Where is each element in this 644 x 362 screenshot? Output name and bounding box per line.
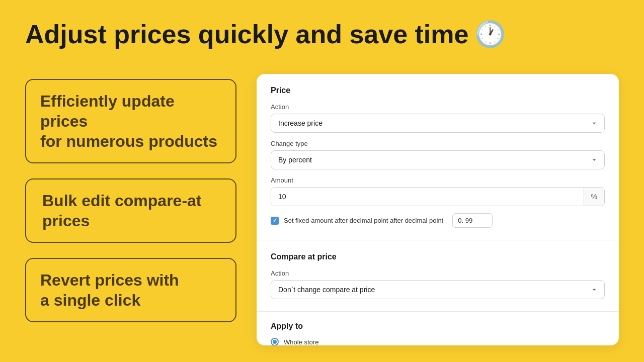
- change-type-select[interactable]: By percent: [271, 150, 605, 169]
- checkbox-row: Set fixed amount after decimal point aft…: [271, 213, 605, 228]
- price-section: Price Action Increase price Change type …: [257, 74, 619, 240]
- price-section-title: Price: [271, 86, 605, 95]
- compare-section: Compare at price Action Don`t change com…: [257, 240, 619, 311]
- radio-label-whole-store: Whole store: [284, 338, 318, 346]
- action-label: Action: [271, 103, 605, 111]
- radio-circle-whole-store: [271, 338, 279, 345]
- compare-action-select[interactable]: Don`t change compare at price: [271, 280, 605, 299]
- feature-box-2: Bulk edit compare-at prices: [25, 178, 236, 243]
- amount-field-group: Amount %: [271, 176, 605, 206]
- left-panel: Efficiently update prices for numerous p…: [25, 74, 236, 345]
- compare-action-field-group: Action Don`t change compare at price: [271, 269, 605, 299]
- amount-suffix: %: [584, 188, 604, 206]
- radio-whole-store[interactable]: Whole store: [271, 338, 605, 345]
- compare-action-label: Action: [271, 269, 605, 277]
- right-panel: Price Action Increase price Change type …: [257, 74, 619, 345]
- pricing-card: Price Action Increase price Change type …: [257, 74, 619, 345]
- decimal-input[interactable]: [452, 213, 493, 228]
- headline: Adjust prices quickly and save time 🕐: [25, 20, 619, 49]
- apply-section: Apply to Whole store Selected collection…: [257, 311, 619, 345]
- action-select[interactable]: Increase price: [271, 114, 605, 133]
- amount-input[interactable]: [271, 188, 584, 206]
- feature-box-1-text: Efficiently update prices for numerous p…: [40, 91, 221, 151]
- amount-label: Amount: [271, 176, 605, 184]
- feature-box-2-text: Bulk edit compare-at prices: [42, 191, 219, 231]
- feature-box-2-wrapper: Bulk edit compare-at prices: [25, 178, 236, 243]
- change-type-label: Change type: [271, 140, 605, 147]
- content-area: Efficiently update prices for numerous p…: [25, 74, 619, 345]
- clock-emoji: 🕐: [474, 21, 506, 48]
- change-type-field-group: Change type By percent: [271, 140, 605, 169]
- checkbox-label: Set fixed amount after decimal point aft…: [284, 217, 443, 224]
- main-container: Adjust prices quickly and save time 🕐 Ef…: [0, 0, 644, 362]
- decimal-checkbox[interactable]: [271, 217, 279, 225]
- compare-section-title: Compare at price: [271, 252, 605, 261]
- feature-box-1: Efficiently update prices for numerous p…: [25, 79, 236, 163]
- amount-row: %: [271, 187, 605, 206]
- action-field-group: Action Increase price: [271, 103, 605, 133]
- apply-title: Apply to: [271, 322, 605, 331]
- headline-text: Adjust prices quickly and save time: [25, 20, 468, 49]
- radio-group: Whole store Selected collections Selecte…: [271, 338, 605, 345]
- feature-box-3: Revert prices with a single click: [25, 258, 236, 322]
- feature-box-3-text: Revert prices with a single click: [40, 270, 221, 310]
